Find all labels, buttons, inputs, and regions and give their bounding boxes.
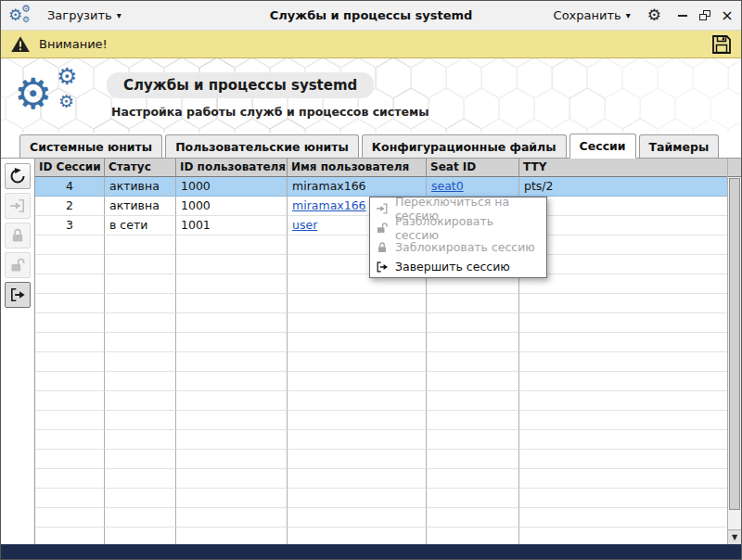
cell: 1000 <box>176 197 288 216</box>
cell <box>288 508 427 528</box>
tab-timers[interactable]: Таймеры <box>639 134 720 158</box>
column-header-session-id[interactable]: ID Сессии <box>35 159 105 177</box>
column-header-user-id[interactable]: ID пользователя <box>176 159 288 177</box>
tab-config-files[interactable]: Конфигурационные файлы <box>362 134 567 158</box>
column-header-status[interactable]: Статус <box>105 159 176 177</box>
warning-text: Внимание! <box>39 37 108 51</box>
cell: в сети <box>105 216 176 235</box>
scrollbar-corner <box>728 159 741 177</box>
cell <box>288 411 427 430</box>
save-menu-label: Сохранить <box>554 8 621 22</box>
tab-sessions[interactable]: Сессии <box>569 134 636 159</box>
cell <box>288 313 427 333</box>
cell-link[interactable]: user <box>292 218 317 232</box>
cell <box>105 430 176 450</box>
settings-gear-button[interactable]: ⚙ <box>647 7 661 23</box>
column-header-tty[interactable]: TTY <box>519 159 727 177</box>
cell <box>427 528 519 544</box>
cell <box>519 333 727 352</box>
cell <box>105 411 176 430</box>
switch-session-icon <box>376 202 389 215</box>
unlock-session-button[interactable] <box>5 252 31 278</box>
load-menu-button[interactable]: Загрузить ▾ <box>42 6 127 25</box>
cell: 2 <box>35 197 105 216</box>
cell <box>176 528 288 544</box>
tab-user-units[interactable]: Пользовательские юниты <box>165 134 359 158</box>
column-header-username[interactable]: Имя пользователя <box>288 159 427 177</box>
load-menu-label: Загрузить <box>47 8 112 22</box>
menu-item-unlock-session[interactable]: Разблокировать сессию <box>370 218 546 237</box>
cell <box>519 489 727 508</box>
cell <box>105 313 176 333</box>
menu-item-terminate-session[interactable]: Завершить сессию <box>370 257 546 276</box>
minimize-button[interactable] <box>676 9 689 21</box>
cell <box>176 391 288 411</box>
cell-link[interactable]: miramax166 <box>292 198 366 212</box>
scroll-down-button[interactable]: ▼ <box>728 529 741 544</box>
app-gears-icon: ⚙ ⚙ ⚙ <box>8 4 34 28</box>
cell-link[interactable]: seat0 <box>431 179 464 193</box>
lock-icon <box>9 227 26 244</box>
table-row-empty <box>35 508 727 528</box>
lock-session-button[interactable] <box>5 223 31 248</box>
gear-icon: ⚙ <box>22 16 30 24</box>
cell <box>176 352 288 372</box>
cell <box>519 469 727 489</box>
warning-icon <box>10 35 31 53</box>
cell <box>519 450 727 469</box>
cell <box>105 469 176 489</box>
switch-session-button[interactable] <box>5 193 31 219</box>
terminate-session-icon <box>9 286 26 303</box>
cell: 1001 <box>176 216 288 235</box>
cell: 4 <box>35 177 105 197</box>
cell <box>519 508 727 528</box>
lock-icon <box>376 241 389 254</box>
table-row-empty <box>35 411 727 430</box>
cell <box>519 313 727 333</box>
cell <box>35 469 105 489</box>
gear-icon: ⚙ <box>57 65 77 88</box>
column-header-seat-id[interactable]: Seat ID <box>427 159 519 177</box>
cell <box>427 352 519 372</box>
cell <box>519 411 727 430</box>
table-row-empty <box>35 352 727 372</box>
cell <box>519 391 727 411</box>
cell <box>427 372 519 391</box>
gear-icon: ⚙ <box>8 7 22 23</box>
cell <box>427 313 519 333</box>
table-row[interactable]: 4активна1000miramax166seat0pts/2 <box>35 177 727 197</box>
tab-system-units[interactable]: Системные юниты <box>19 134 162 158</box>
close-button[interactable]: × <box>721 9 734 21</box>
session-toolbar <box>1 159 34 544</box>
cell <box>35 372 105 391</box>
refresh-button[interactable] <box>5 163 31 189</box>
scrollbar-thumb[interactable] <box>729 178 740 510</box>
cell <box>105 274 176 294</box>
save-file-button[interactable] <box>711 34 732 55</box>
cell <box>519 528 727 544</box>
content-area: ID СессииСтатусID пользователяИмя пользо… <box>1 159 741 544</box>
arrow-down-icon: ▼ <box>732 533 737 541</box>
menu-item-lock-session[interactable]: Заблокировать сессию <box>370 237 546 257</box>
cell <box>35 391 105 411</box>
unlock-icon <box>9 257 26 274</box>
titlebar: ⚙ ⚙ ⚙ Загрузить ▾ Службы и процессы syst… <box>1 1 741 31</box>
maximize-button[interactable] <box>698 9 711 21</box>
table-row-empty <box>35 450 727 469</box>
cell <box>519 216 727 235</box>
cell <box>176 294 288 313</box>
table-row-empty <box>35 528 727 544</box>
logo-gears-icon: ⚙ ⚙ ⚙ <box>12 65 96 126</box>
table-row-empty <box>35 372 727 391</box>
cell <box>35 489 105 508</box>
terminate-session-button[interactable] <box>5 282 31 308</box>
save-menu-button[interactable]: Сохранить ▾ <box>548 6 636 25</box>
menu-item-label: Разблокировать сессию <box>395 214 539 242</box>
cell <box>519 235 727 255</box>
gear-icon: ⚙ <box>14 72 52 115</box>
table-row-empty <box>35 313 727 333</box>
table-row-empty <box>35 391 727 411</box>
tab-bar: Системные юнитыПользовательские юнитыКон… <box>1 133 741 159</box>
vertical-scrollbar[interactable]: ▼ <box>727 159 741 544</box>
cell: 1000 <box>176 177 288 197</box>
